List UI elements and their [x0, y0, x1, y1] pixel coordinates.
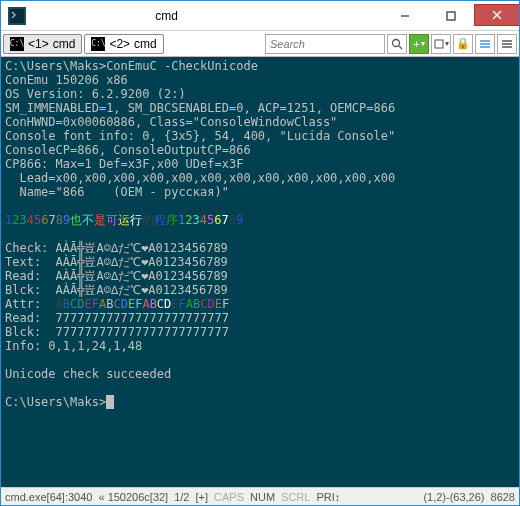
status-page: 1/2	[174, 491, 189, 503]
line: Unicode check succeeded	[5, 367, 171, 381]
line: ConsoleCP=866, ConsoleOutputCP=866	[5, 143, 251, 157]
console-output[interactable]: C:\Users\Maks>ConEmuC -CheckUnicode ConE…	[1, 57, 519, 487]
status-buffer: « 150206c[32]	[98, 491, 168, 503]
tab-1[interactable]: C:\ <1> cmd	[3, 34, 82, 54]
search-input[interactable]	[265, 34, 385, 54]
line: Info: 0,1,1,24,1,48	[5, 339, 142, 353]
status-cursor-pos: (1,2)-(63,26)	[423, 491, 484, 503]
tab-number: <2>	[109, 37, 130, 51]
tab-label: cmd	[134, 37, 157, 51]
line: SM_IMMENABLED=1, SM_DBCSENABLED=0, ACP=1…	[5, 101, 395, 115]
line: Lead=x00,x00,x00,x00,x00,x00,x00,x00,x00…	[5, 171, 395, 185]
titlebar: cmd	[1, 1, 519, 31]
line: Read: AÀĀ╬豈A☺∆だ℃❤A0123456789	[5, 269, 228, 283]
always-on-top-button[interactable]: 🔒	[453, 34, 473, 54]
line: OS Version: 6.2.9200 (2:)	[5, 87, 186, 101]
line: Console font info: 0, {3x5}, 54, 400, "L…	[5, 129, 395, 143]
minimize-button[interactable]	[382, 5, 428, 27]
line: Blck: 777777777777777777777777	[5, 325, 229, 339]
cursor	[106, 395, 114, 409]
tab-bar: C:\ <1> cmd C:\ <2> cmd +▾ ▾ 🔒	[1, 31, 519, 57]
window-title: cmd	[0, 9, 382, 23]
line: C:\Users\Maks>ConEmuC -CheckUnicode	[5, 59, 258, 73]
status-num: NUM	[250, 491, 275, 503]
status-priority[interactable]: PRI↕	[316, 491, 340, 503]
status-extra: 8628	[491, 491, 515, 503]
prompt: C:\Users\Maks>	[5, 395, 106, 409]
line: Check: AÀĀ╬豈A☺∆だ℃❤A0123456789	[5, 241, 228, 255]
attr-line: Attr: ABCDEFABCDEFABCDEFABCDEF	[5, 297, 229, 311]
line: ConHWND=0x00060886, Class="ConsoleWindow…	[5, 115, 337, 129]
new-console-button[interactable]: +▾	[409, 34, 429, 54]
console-icon: C:\	[10, 37, 24, 51]
line: Blck: AÀĀ╬豈A☺∆だ℃❤A0123456789	[5, 283, 228, 297]
close-button[interactable]	[474, 4, 520, 26]
status-bar: cmd.exe[64]:3040 « 150206c[32] 1/2 [+] C…	[1, 487, 519, 505]
settings-button[interactable]	[475, 34, 495, 54]
line: CP866: Max=1 Def=x3F,x00 UDef=x3F	[5, 157, 243, 171]
line: ConEmu 150206 x86	[5, 73, 128, 87]
tab-2[interactable]: C:\ <2> cmd	[84, 34, 163, 54]
status-process: cmd.exe[64]:3040	[5, 491, 92, 503]
maximize-button[interactable]	[428, 5, 474, 27]
svg-rect-3	[447, 12, 455, 20]
status-caps: CAPS	[214, 491, 244, 503]
tab-number: <1>	[28, 37, 49, 51]
console-icon: C:\	[91, 37, 105, 51]
line: Name="866 (OEM - русская)"	[5, 185, 229, 199]
menu-button[interactable]	[497, 34, 517, 54]
window-split-button[interactable]: ▾	[431, 34, 451, 54]
window-controls	[382, 5, 519, 27]
svg-rect-8	[435, 40, 443, 48]
svg-point-6	[393, 39, 400, 46]
svg-line-7	[399, 46, 402, 49]
line: Text: AÀĀ╬豈A☺∆だ℃❤A0123456789	[5, 255, 228, 269]
status-scrl: SCRL	[281, 491, 310, 503]
rainbow-line: 123456789也不是可运行的程序123456789	[5, 213, 243, 227]
line: Read: 777777777777777777777777	[5, 311, 229, 325]
tab-label: cmd	[53, 37, 76, 51]
search-button[interactable]	[387, 34, 407, 54]
status-plus[interactable]: [+]	[195, 491, 208, 503]
